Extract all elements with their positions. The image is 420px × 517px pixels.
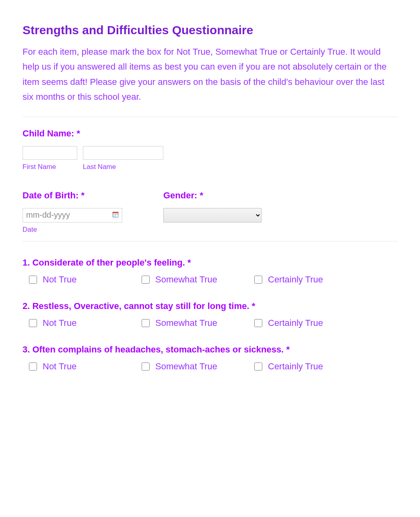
- q3-somewhat-true[interactable]: Somewhat True: [140, 361, 253, 372]
- questions-section: 1. Considerate of ther people's feeling.…: [23, 257, 397, 401]
- q3-certainly-true[interactable]: Certainly True: [253, 361, 365, 372]
- q3-not-true[interactable]: Not True: [27, 361, 140, 372]
- svg-rect-5: [113, 216, 114, 216]
- svg-rect-3: [115, 214, 116, 215]
- question-1-text: 1. Considerate of ther people's feeling.: [23, 257, 185, 268]
- option-label: Certainly True: [268, 274, 323, 285]
- required-mark: *: [286, 344, 290, 354]
- dob-placeholder: mm-dd-yyyy: [26, 210, 70, 220]
- option-label: Certainly True: [268, 361, 323, 372]
- q2-somewhat-checkbox[interactable]: [142, 319, 150, 327]
- page-title: Strengths and Difficulties Questionnaire: [23, 23, 397, 37]
- dob-field: Date of Birth: * mm-dd-yyyy: [23, 190, 163, 234]
- question-2-text: 2. Restless, Overactive, cannot stay sti…: [23, 301, 249, 311]
- option-label: Somewhat True: [155, 361, 217, 372]
- q3-not-true-checkbox[interactable]: [29, 363, 37, 371]
- gender-field: Gender: *: [163, 190, 397, 234]
- q2-certainly-true[interactable]: Certainly True: [253, 318, 365, 328]
- required-mark: *: [81, 190, 84, 200]
- question-3: 3. Often complains of headaches, stomach…: [23, 344, 397, 372]
- option-label: Somewhat True: [155, 274, 217, 285]
- gender-select[interactable]: [163, 208, 261, 222]
- dob-label: Date of Birth:: [23, 190, 78, 200]
- divider: [23, 117, 397, 117]
- option-label: Certainly True: [268, 318, 323, 328]
- svg-rect-6: [115, 216, 116, 216]
- last-name-sublabel: Last Name: [83, 163, 163, 171]
- required-mark: *: [200, 190, 203, 200]
- last-name-input[interactable]: [83, 146, 163, 160]
- first-name-sublabel: First Name: [23, 163, 77, 171]
- q2-not-true-checkbox[interactable]: [29, 319, 37, 327]
- q2-not-true[interactable]: Not True: [27, 318, 140, 328]
- dob-sublabel: Date: [23, 226, 163, 234]
- q2-somewhat-true[interactable]: Somewhat True: [140, 318, 253, 328]
- q1-somewhat-true[interactable]: Somewhat True: [140, 274, 253, 285]
- q1-not-true[interactable]: Not True: [27, 274, 140, 285]
- svg-rect-4: [117, 214, 117, 215]
- calendar-icon[interactable]: [112, 211, 119, 219]
- option-label: Not True: [43, 318, 76, 328]
- q3-certainly-checkbox[interactable]: [254, 363, 262, 371]
- dob-input[interactable]: mm-dd-yyyy: [23, 208, 122, 222]
- gender-label: Gender:: [163, 190, 197, 200]
- child-name-field: Child Name: * First Name Last Name: [23, 128, 397, 171]
- q2-certainly-checkbox[interactable]: [254, 319, 262, 327]
- q1-not-true-checkbox[interactable]: [29, 276, 37, 284]
- question-2: 2. Restless, Overactive, cannot stay sti…: [23, 301, 397, 328]
- divider: [23, 241, 397, 241]
- question-4: 4. Shares readily with other children (t…: [23, 388, 397, 401]
- svg-rect-1: [113, 212, 118, 213]
- required-mark: *: [76, 128, 80, 138]
- q3-somewhat-checkbox[interactable]: [142, 363, 150, 371]
- child-name-label: Child Name:: [23, 128, 74, 138]
- required-mark: *: [252, 301, 255, 311]
- option-label: Somewhat True: [155, 318, 217, 328]
- q1-somewhat-checkbox[interactable]: [142, 276, 150, 284]
- option-label: Not True: [43, 274, 76, 285]
- question-3-text: 3. Often complains of headaches, stomach…: [23, 344, 284, 354]
- intro-text: For each item, please mark the box for N…: [23, 44, 397, 105]
- question-1: 1. Considerate of ther people's feeling.…: [23, 257, 397, 285]
- required-mark: *: [187, 257, 191, 268]
- first-name-input[interactable]: [23, 146, 77, 160]
- svg-rect-2: [113, 214, 114, 215]
- q1-certainly-true[interactable]: Certainly True: [253, 274, 365, 285]
- option-label: Not True: [43, 361, 76, 372]
- q1-certainly-checkbox[interactable]: [254, 276, 262, 284]
